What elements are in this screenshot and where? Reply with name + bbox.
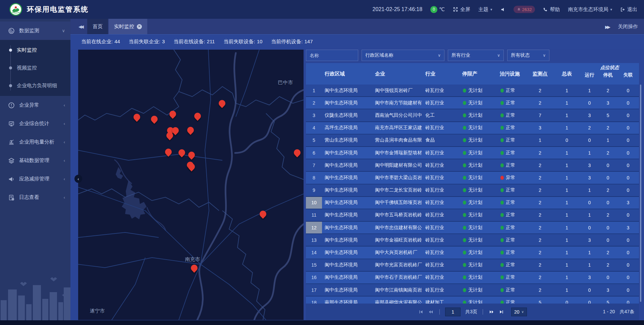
- row-number: 5: [306, 134, 322, 146]
- last-page-button[interactable]: [498, 309, 504, 315]
- column-header: 停限产: [460, 63, 497, 85]
- table-row[interactable]: 8 阆中生态环境局 阆中市枣碧大梁山页岩 砖瓦行业 无计划 异常 2 1 3 0…: [306, 172, 639, 184]
- cell-company: 阆中市南方节能建材有: [372, 100, 423, 106]
- cell-running: 3: [580, 113, 599, 118]
- industry-select[interactable]: 所有行业∨: [448, 50, 504, 61]
- table-row[interactable]: 4 高坪生态环境局 南充市高坪区王家店建 砖瓦行业 无计划 正常 3 1 2 2…: [306, 122, 639, 134]
- status-dot-icon: [500, 101, 504, 105]
- name-search-input[interactable]: [306, 50, 358, 61]
- stat-label: 当前失联设备:: [223, 39, 255, 44]
- datetime: 2021-02-25 17:46:18: [373, 6, 423, 12]
- table-row[interactable]: 10 阆中生态环境局 阆中千佛镇五郎垭页岩 砖瓦行业 无计划 正常 2 1 0 …: [306, 197, 639, 209]
- stat-item: 当前失联企业:3: [129, 39, 165, 45]
- cell-monitor-points: 2: [527, 225, 553, 230]
- theme-dropdown[interactable]: 主题▾: [478, 6, 492, 13]
- table-row[interactable]: 17 阆中生态环境局 阆中市江南镇阆南页岩 砖瓦行业 无计划 正常 2 1 0 …: [306, 284, 639, 296]
- table-row[interactable]: 3 仪陇生态环境局 西南油气田分公司川中 化工 无计划 正常 7 1 3 5 0: [306, 109, 639, 122]
- first-page-button[interactable]: [418, 309, 424, 315]
- table-row[interactable]: 16 阆中生态环境局 阆中市石子页岩机砖厂 砖瓦行业 无计划 正常 2 1 3 …: [306, 272, 639, 284]
- table-row[interactable]: 15 阆中生态环境局 阆中市光富页岩机砖厂 砖瓦行业 无计划 正常 2 1 1 …: [306, 259, 639, 272]
- tab-realtime-monitoring[interactable]: 实时监控 ✕: [109, 19, 147, 34]
- cell-stopped: 3: [599, 100, 617, 106]
- table-row[interactable]: 13 阆中生态环境局 阆中市金福旺页岩机砖 砖瓦行业 无计划 正常 2 1 3 …: [306, 234, 639, 247]
- table-scrollbar[interactable]: [640, 85, 641, 302]
- table-row[interactable]: 14 阆中生态环境局 阆中大兴页岩机砖厂 砖瓦行业 无计划 正常 2 1 1 2…: [306, 247, 639, 259]
- status-dot-icon: [463, 138, 466, 142]
- page-number-input[interactable]: [445, 308, 461, 316]
- table-row[interactable]: 5 营山生态环境局 营山县润丰肉食品有限 食品 无计划 正常 1 0 0 1 0: [306, 134, 639, 147]
- status-dot-icon: [463, 213, 466, 217]
- logout-button[interactable]: 退出: [620, 6, 637, 13]
- phone-icon: [543, 7, 548, 12]
- table-row[interactable]: 7 阆中生态环境局 阆中明阳建材有限公司 砖瓦行业 无计划 正常 2 1 3 0…: [306, 159, 639, 172]
- sidebar-subitem-video-monitoring[interactable]: 视频监控: [0, 59, 70, 77]
- cell-facility-status: 正常: [497, 112, 527, 118]
- sidebar: 数据监测 ∨ 实时监控 视频监控 企业电力负荷明细 企业异常 ‹ 企业综合统计 …: [0, 19, 70, 320]
- map-panel[interactable]: 巴中市南充市遂宁市: [78, 50, 304, 320]
- notification-badge[interactable]: 2632: [514, 6, 535, 13]
- row-number: 8: [306, 172, 322, 183]
- sidebar-subitem-power-load-detail[interactable]: 企业电力负荷明细: [0, 77, 70, 95]
- cell-disconnected: 0: [617, 250, 639, 255]
- chevron-icon: ‹: [64, 176, 65, 181]
- previous-page-button[interactable]: [427, 309, 434, 315]
- cell-disconnected: 3: [617, 200, 639, 205]
- tabs-scroll-left-button[interactable]: ◀◀: [70, 19, 87, 34]
- sidebar-subitem-realtime-monitoring[interactable]: 实时监控: [0, 41, 70, 59]
- cell-industry: 砖瓦行业: [423, 250, 460, 256]
- bullet-icon: [9, 84, 12, 87]
- status-dot-icon: [463, 238, 466, 242]
- stat-item: 当前在线企业:44: [81, 39, 120, 45]
- stat-value: 3: [162, 39, 165, 44]
- table-row[interactable]: 9 阆中生态环境局 阆中市二龙长宝页岩砖 砖瓦行业 无计划 正常 2 1 1 2…: [306, 184, 639, 197]
- cell-disconnected: 0: [617, 237, 639, 243]
- table-row[interactable]: 18 南部生态环境局 南部县砌华水泥有限公 建材加工 无计划 正常 5 0 0 …: [306, 296, 639, 304]
- table-row[interactable]: 11 阆中生态环境局 阆中市五马桥页岩机砖 砖瓦行业 无计划 正常 2 1 1 …: [306, 209, 639, 222]
- help-button[interactable]: 帮助: [543, 6, 560, 13]
- status-dot-icon: [463, 151, 466, 155]
- cell-monitor-points: 1: [527, 138, 553, 143]
- fullscreen-button[interactable]: 全屏: [453, 6, 470, 13]
- next-page-button[interactable]: [488, 309, 495, 315]
- status-select[interactable]: 所有状态∨: [507, 50, 549, 61]
- sidebar-item-log-view[interactable]: 日志查看 ‹: [0, 188, 70, 207]
- cell-stopped: 2: [599, 187, 617, 193]
- tabs-scroll-right-button[interactable]: ▶▶: [605, 24, 609, 30]
- close-operations-button[interactable]: 关闭操作: [618, 23, 638, 30]
- sidebar-item-enterprise-abnormal[interactable]: 企业异常 ‹: [0, 96, 70, 114]
- cell-facility-status: 正常: [497, 162, 527, 168]
- logout-icon: [620, 7, 625, 12]
- sidebar-item-emergency-reduction[interactable]: 应急减排管理 ‹: [0, 170, 70, 188]
- sidebar-item-enterprise-statistics[interactable]: 企业综合统计 ‹: [0, 114, 70, 133]
- map-collapse-button[interactable]: ‹: [74, 175, 82, 183]
- cell-monitor-points: 3: [527, 125, 553, 130]
- org-dropdown[interactable]: 南充市生态环境局▾: [568, 6, 612, 13]
- table-row[interactable]: 2 阆中生态环境局 阆中市南方节能建材有 砖瓦行业 无计划 正常 2 1 0 3…: [306, 97, 639, 109]
- table-row[interactable]: 6 阆中生态环境局 阆中市金博瑞新型墙材 砖瓦行业 无计划 正常 2 1 1 2…: [306, 147, 639, 159]
- cell-company: 南部县砌华水泥有限公: [372, 300, 423, 304]
- mute-button[interactable]: [500, 7, 505, 12]
- tab-close-icon[interactable]: ✕: [137, 24, 142, 29]
- page-size-select[interactable]: 20∨: [511, 308, 527, 316]
- cell-company: 阆中市光富页岩机砖厂: [372, 262, 423, 268]
- cell-region: 阆中生态环境局: [322, 262, 372, 268]
- cell-region: 阆中生态环境局: [322, 162, 372, 168]
- filter-bar: 行政区域名称∨ 所有行业∨ 所有状态∨: [306, 50, 639, 61]
- table-row[interactable]: 12 阆中生态环境局 阆中市忠信建材有限公 砖瓦行业 无计划 正常 2 1 0 …: [306, 222, 639, 234]
- sidebar-item-data-monitoring[interactable]: 数据监测 ∨: [0, 21, 70, 40]
- sidebar-item-base-data-management[interactable]: 基础数据管理 ‹: [0, 151, 70, 170]
- status-dot-icon: [500, 113, 504, 117]
- region-select[interactable]: 行政区域名称∨: [362, 50, 444, 61]
- stat-label: 当前在线设备:: [173, 39, 205, 44]
- cell-total-meter: 1: [553, 113, 580, 118]
- cell-monitor-points: 2: [527, 237, 553, 243]
- row-number: 11: [306, 209, 322, 221]
- cell-stopped: 2: [599, 262, 617, 268]
- table-row[interactable]: 1 阆中生态环境局 阆中强锐页岩砖厂 砖瓦行业 无计划 正常 2 1 1 2 0: [306, 85, 639, 97]
- sidebar-item-power-usage-analysis[interactable]: 企业用电量分析 ‹: [0, 133, 70, 151]
- cell-stopped: 1: [599, 138, 617, 143]
- cell-running: 0: [580, 225, 599, 230]
- cell-company: 西南油气田分公司川中: [372, 112, 423, 118]
- status-dot-icon: [500, 201, 504, 205]
- tab-home[interactable]: 首页: [87, 19, 108, 34]
